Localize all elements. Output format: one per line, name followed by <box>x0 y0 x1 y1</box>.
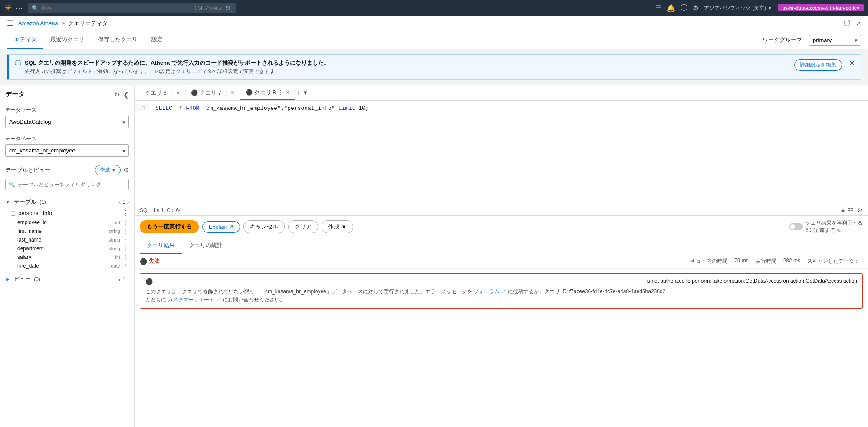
tables-nav-next[interactable]: › <box>127 199 129 205</box>
reuse-results-toggle[interactable] <box>789 223 803 230</box>
tables-nav: ‹ 1 › <box>119 199 129 205</box>
info-circle-icon[interactable]: ⓘ <box>844 19 850 27</box>
global-search-bar[interactable]: 🔍 [オプション+S] <box>28 3 236 13</box>
query-tab-add-icon[interactable]: + <box>297 89 301 96</box>
query-tab-8-close-icon[interactable]: ✕ <box>285 89 289 96</box>
error-detail-text1: このクエリは、クエリで修飾されていない限り、「cm_kasama_hr_empl… <box>145 288 472 295</box>
query-tab-8-label: クエリ 8 <box>254 89 276 96</box>
database-label: データベース <box>5 135 129 142</box>
query-tab-7-close-icon[interactable]: ✕ <box>230 90 235 96</box>
column-menu-icon[interactable]: ⋮ <box>123 254 129 261</box>
info-banner-icon: ⓘ <box>15 60 21 68</box>
external-link-icon[interactable]: ↗ <box>855 20 861 27</box>
query-tab-6[interactable]: クエリ 6 ⋮ ✕ <box>140 86 186 99</box>
right-panel: クエリ 6 ⋮ ✕ ⚫ クエリ 7 ⋮ ✕ ⚫ クエリ 8 ⋮ ✕ + ▼ <box>135 85 868 427</box>
filter-input-wrapper: 🔍 <box>5 179 129 190</box>
format-icon[interactable]: ≡ <box>841 207 845 214</box>
column-menu-icon[interactable]: ⋮ <box>123 219 129 226</box>
create-button[interactable]: 作成 ▼ <box>322 220 353 233</box>
support-link[interactable]: カスタマーサポート ↗ <box>168 297 221 303</box>
column-menu-icon[interactable]: ⋮ <box>123 245 129 252</box>
nav-menu-icon[interactable]: ☰ <box>7 19 13 27</box>
region-selector[interactable]: アジアパシフィック (東京) ▼ <box>704 4 773 12</box>
exec-time-value: 282 ms <box>783 258 800 265</box>
exec-time-label: 実行時間： <box>756 258 782 265</box>
column-name: department <box>17 245 44 252</box>
column-menu-icon[interactable]: ⋮ <box>123 262 129 269</box>
clear-button[interactable]: クリア <box>288 220 318 233</box>
filter-input[interactable] <box>5 179 129 190</box>
query-tab-8[interactable]: ⚫ クエリ 8 ⋮ ✕ <box>240 86 295 100</box>
search-input[interactable] <box>41 5 193 11</box>
editor-settings-icon[interactable]: ⚙ <box>857 207 863 214</box>
settings-icon[interactable]: ⚙ <box>693 4 699 12</box>
workgroup-select[interactable]: primary <box>809 35 861 46</box>
tables-tree-header: ▼ テーブル (1) ‹ 1 › <box>5 196 129 208</box>
views-tree-toggle[interactable]: ► <box>5 276 10 282</box>
views-nav-next[interactable]: › <box>127 276 129 283</box>
info-banner-title: SQL クエリの開発をスピードアップするために、Athena で先行入力のコード… <box>25 59 791 67</box>
forum-link[interactable]: フォーラム ↗ <box>473 288 506 295</box>
error-box: ⚫ is not authorized to perform: lakeform… <box>140 273 863 309</box>
query-tabs-expand-icon[interactable]: ▼ <box>302 89 308 96</box>
result-tab-results[interactable]: クエリ結果 <box>140 238 182 254</box>
tables-count: (1) <box>39 199 46 205</box>
table-item-personal-info[interactable]: ▢ personal_info ⋮ <box>5 208 129 218</box>
query-tab-6-close-icon[interactable]: ✕ <box>176 90 180 96</box>
code-editor[interactable]: 1 SELECT * FROM "cm_kasama_hr_employee".… <box>135 101 868 205</box>
help-icon[interactable]: ⓘ <box>681 3 687 13</box>
bell-icon[interactable]: 🔔 <box>667 4 675 12</box>
notifications-icon[interactable]: ☰ <box>655 4 661 12</box>
column-type: int <box>115 220 120 225</box>
query-tab-8-more-icon[interactable]: ⋮ <box>278 89 283 96</box>
info-banner-settings-button[interactable]: 詳細設定を編集 <box>794 59 842 71</box>
table-menu-icon[interactable]: ⋮ <box>122 209 129 217</box>
tables-nav-prev[interactable]: ‹ <box>119 199 121 205</box>
tab-recent-queries[interactable]: 最近のクエリ <box>43 31 91 49</box>
scan-data-value: - <box>861 258 863 265</box>
cancel-button[interactable]: キャンセル <box>243 220 285 233</box>
datasource-select[interactable]: AwsDataCatalog <box>5 116 129 128</box>
table-view-icon[interactable]: ☷ <box>848 207 854 214</box>
editor-status-right: ≡ ☷ ⚙ <box>841 207 863 214</box>
results-tabs: クエリ結果 クエリの統計 <box>135 238 868 254</box>
datasource-selector[interactable]: AwsDataCatalog <box>5 116 129 128</box>
column-employee-id: employee_id int ⋮ <box>5 218 129 227</box>
toggle-track[interactable] <box>789 223 803 230</box>
breadcrumb-service-link[interactable]: Amazon Athena <box>18 20 58 26</box>
create-table-button[interactable]: 作成 ▼ <box>95 165 121 175</box>
reuse-label: クエリ結果を再利用する <box>806 219 863 227</box>
column-menu-icon[interactable]: ⋮ <box>123 236 129 243</box>
tab-settings[interactable]: 設定 <box>145 31 170 49</box>
collapse-panel-icon[interactable]: ❮ <box>123 91 129 99</box>
tables-tree-toggle[interactable]: ▼ <box>5 199 10 205</box>
left-panel-header: データ ↻ ❮ <box>5 90 129 99</box>
services-grid-icon[interactable]: ⋯ <box>16 4 23 12</box>
info-banner: ⓘ SQL クエリの開発をスピードアップするために、Athena で先行入力のコ… <box>7 54 861 80</box>
run-again-button[interactable]: もう一度実行する <box>140 220 199 233</box>
database-select[interactable]: cm_kasama_hr_employee <box>5 144 129 157</box>
info-banner-close-icon[interactable]: ✕ <box>849 59 855 67</box>
fail-badge: ⚫ 失敗 <box>140 258 159 265</box>
views-nav-prev[interactable]: ‹ <box>119 276 121 283</box>
left-panel: データ ↻ ❮ データソース AwsDataCatalog データベース cm_… <box>0 85 135 427</box>
tab-saved-queries[interactable]: 保存したクエリ <box>91 31 145 49</box>
database-selector[interactable]: cm_kasama_hr_employee <box>5 144 129 157</box>
column-menu-icon[interactable]: ⋮ <box>123 228 129 235</box>
tables-views-header: テーブルとビュー 作成 ▼ ⚙ <box>5 165 129 175</box>
tables-settings-icon[interactable]: ⚙ <box>123 166 129 174</box>
explain-button[interactable]: Explain ↗ <box>202 221 240 233</box>
refresh-icon[interactable]: ↻ <box>114 91 120 99</box>
reuse-label-group: クエリ結果を再利用する 60 分 前まで ✎ <box>806 219 863 234</box>
query-tab-7[interactable]: ⚫ クエリ 7 ⋮ ✕ <box>186 86 240 99</box>
exec-time-stat: 実行時間： 282 ms <box>756 258 800 265</box>
result-tab-stats[interactable]: クエリの統計 <box>182 238 230 254</box>
query-tab-6-more-icon[interactable]: ⋮ <box>168 89 174 96</box>
query-tab-8-error-icon: ⚫ <box>246 89 253 96</box>
query-tab-7-more-icon[interactable]: ⋮ <box>223 89 229 96</box>
workgroup-selector[interactable]: primary <box>806 35 861 46</box>
error-detail-text2: に投稿するか、クエリ ID: f7acee36-fd1e-4c7e-a4a8-4… <box>508 288 666 295</box>
tab-editor[interactable]: エディタ <box>7 31 43 49</box>
reuse-edit-icon[interactable]: ✎ <box>837 228 841 234</box>
tables-section-label: テーブル <box>14 199 36 205</box>
